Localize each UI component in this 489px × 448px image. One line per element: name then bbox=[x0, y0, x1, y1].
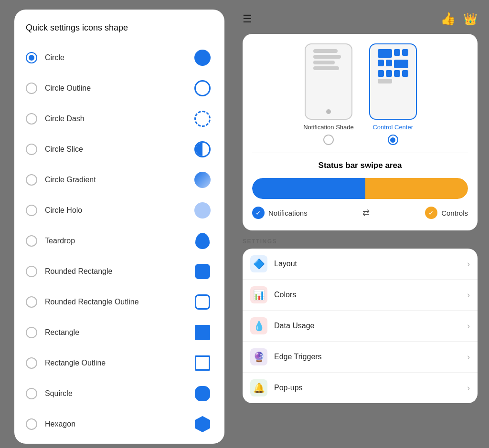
shape-icon-visual-rounded-rectangle-outline bbox=[195, 294, 210, 310]
shape-label-circle-outline: Circle Outline bbox=[45, 84, 192, 93]
control-center-phone bbox=[369, 43, 417, 120]
header-right-icons: 👍 👑 bbox=[440, 11, 478, 26]
cc-cell-10 bbox=[402, 70, 408, 77]
chevron-icon-colors: › bbox=[467, 290, 470, 300]
chevron-icon-layout: › bbox=[467, 259, 470, 269]
shape-item-circle-holo[interactable]: Circle Holo bbox=[26, 195, 213, 226]
divider-1 bbox=[252, 153, 468, 153]
settings-icon-pop-ups: 🔔 bbox=[250, 379, 267, 396]
control-center-label: Control Center bbox=[372, 124, 413, 131]
shape-label-circle-holo: Circle Holo bbox=[45, 206, 192, 215]
shape-icon-visual-circle-outline bbox=[194, 80, 211, 96]
shape-item-circle-dash[interactable]: Circle Dash bbox=[26, 104, 213, 134]
radio-circle-gradient[interactable] bbox=[26, 174, 37, 186]
radio-hexagon[interactable] bbox=[26, 418, 37, 430]
shape-item-rounded-rectangle-outline[interactable]: Rounded Rectangle Outline bbox=[26, 287, 213, 317]
shape-icon-visual-rounded-rectangle bbox=[195, 264, 210, 279]
settings-item-data-usage[interactable]: 💧Data Usage› bbox=[243, 311, 478, 342]
radio-teardrop[interactable] bbox=[26, 235, 37, 247]
thumb-up-icon[interactable]: 👍 bbox=[440, 11, 456, 26]
shape-label-circle-gradient: Circle Gradient bbox=[45, 176, 192, 184]
settings-card: 🔷Layout›📊Colors›💧Data Usage›🔮Edge Trigge… bbox=[243, 249, 478, 403]
notif-content bbox=[313, 49, 344, 70]
shape-card-title: Quick settings icons shape bbox=[26, 23, 213, 33]
shape-icon-visual-hexagon bbox=[195, 416, 210, 432]
shape-item-rectangle[interactable]: Rectangle bbox=[26, 317, 213, 348]
shape-icon-rectangle-outline bbox=[192, 353, 213, 374]
radio-circle-outline[interactable] bbox=[26, 83, 37, 94]
notification-shade-radio[interactable] bbox=[323, 135, 334, 145]
shape-label-circle: Circle bbox=[45, 53, 192, 62]
shape-icon-circle-outline bbox=[192, 78, 213, 99]
shape-item-circle-slice[interactable]: Circle Slice bbox=[26, 134, 213, 165]
radio-rounded-rectangle[interactable] bbox=[26, 266, 37, 277]
shape-item-squircle[interactable]: Squircle bbox=[26, 378, 213, 409]
settings-item-colors[interactable]: 📊Colors› bbox=[243, 280, 478, 311]
cc-cell-11 bbox=[378, 79, 392, 83]
phone-preview-row: Notification Shade bbox=[252, 43, 468, 145]
right-panel: ☰ 👍 👑 Notification Shade bbox=[239, 0, 489, 448]
shape-icon-visual-circle-holo bbox=[194, 202, 211, 219]
notification-shade-label: Notification Shade bbox=[303, 124, 354, 131]
radio-rounded-rectangle-outline[interactable] bbox=[26, 296, 37, 308]
shape-item-teardrop[interactable]: Teardrop bbox=[26, 226, 213, 256]
shape-selection-card: Quick settings icons shape CircleCircle … bbox=[14, 10, 224, 444]
radio-circle[interactable] bbox=[26, 52, 37, 63]
notif-line-1 bbox=[313, 49, 338, 53]
right-header: ☰ 👍 👑 bbox=[239, 8, 481, 34]
swipe-bar-controls[interactable] bbox=[365, 178, 468, 199]
shape-icon-visual-circle-slice bbox=[194, 141, 211, 157]
shape-item-pentagon[interactable]: Pentagon bbox=[26, 439, 213, 444]
cc-cell-4 bbox=[378, 60, 384, 66]
shape-icon-visual-rectangle-outline bbox=[195, 355, 210, 371]
controls-label-item: ✓ Controls bbox=[425, 207, 468, 219]
cc-cell-7 bbox=[378, 70, 384, 77]
radio-rectangle[interactable] bbox=[26, 327, 37, 338]
phone-dot bbox=[326, 109, 331, 114]
shape-item-circle[interactable]: Circle bbox=[26, 42, 213, 73]
radio-circle-holo[interactable] bbox=[26, 205, 37, 216]
settings-item-pop-ups[interactable]: 🔔Pop-ups› bbox=[243, 373, 478, 403]
shape-icon-visual-rectangle bbox=[195, 325, 210, 340]
shape-icon-circle-holo bbox=[192, 200, 213, 221]
shape-icon-visual-circle-gradient bbox=[194, 172, 211, 188]
settings-icon-edge-triggers: 🔮 bbox=[250, 348, 267, 365]
settings-item-edge-triggers[interactable]: 🔮Edge Triggers› bbox=[243, 342, 478, 373]
settings-item-layout[interactable]: 🔷Layout› bbox=[243, 249, 478, 280]
shape-item-circle-outline[interactable]: Circle Outline bbox=[26, 73, 213, 104]
controls-text: Controls bbox=[441, 209, 468, 217]
notif-line-2 bbox=[313, 55, 341, 59]
shape-icon-rounded-rectangle-outline bbox=[192, 292, 213, 313]
shape-item-circle-gradient[interactable]: Circle Gradient bbox=[26, 165, 213, 195]
shape-icon-visual-circle-dash bbox=[194, 111, 211, 127]
hamburger-icon[interactable]: ☰ bbox=[243, 13, 252, 25]
notifications-text: Notifications bbox=[268, 209, 308, 217]
radio-circle-slice[interactable] bbox=[26, 144, 37, 155]
shape-item-rounded-rectangle[interactable]: Rounded Rectangle bbox=[26, 256, 213, 287]
cc-cell-1 bbox=[378, 49, 392, 58]
control-center-radio[interactable] bbox=[388, 135, 398, 145]
shape-item-rectangle-outline[interactable]: Rectangle Outline bbox=[26, 348, 213, 378]
settings-icon-colors: 📊 bbox=[250, 286, 267, 303]
shape-icon-visual-circle bbox=[194, 50, 211, 66]
chevron-icon-pop-ups: › bbox=[467, 383, 470, 393]
radio-rectangle-outline[interactable] bbox=[26, 357, 37, 369]
shape-icon-visual-teardrop bbox=[195, 233, 210, 249]
notification-shade-preview[interactable]: Notification Shade bbox=[303, 43, 354, 145]
cc-cell-8 bbox=[386, 70, 392, 77]
chevron-icon-edge-triggers: › bbox=[467, 352, 470, 362]
settings-section-label: SETTINGS bbox=[239, 230, 481, 249]
swipe-area-card: Notification Shade bbox=[243, 34, 478, 230]
control-center-preview[interactable]: Control Center bbox=[369, 43, 417, 145]
radio-circle-dash[interactable] bbox=[26, 113, 37, 125]
radio-squircle[interactable] bbox=[26, 388, 37, 399]
shape-item-hexagon[interactable]: Hexagon bbox=[26, 409, 213, 439]
cc-cell-5 bbox=[386, 60, 392, 66]
shape-icon-hexagon bbox=[192, 414, 213, 435]
settings-label-data-usage: Data Usage bbox=[274, 322, 467, 330]
settings-label-edge-triggers: Edge Triggers bbox=[274, 353, 467, 361]
left-panel: Quick settings icons shape CircleCircle … bbox=[0, 0, 239, 448]
crown-icon[interactable]: 👑 bbox=[463, 12, 478, 26]
swap-icon[interactable]: ⇄ bbox=[362, 208, 370, 218]
swipe-bar-notifications[interactable] bbox=[252, 178, 365, 199]
